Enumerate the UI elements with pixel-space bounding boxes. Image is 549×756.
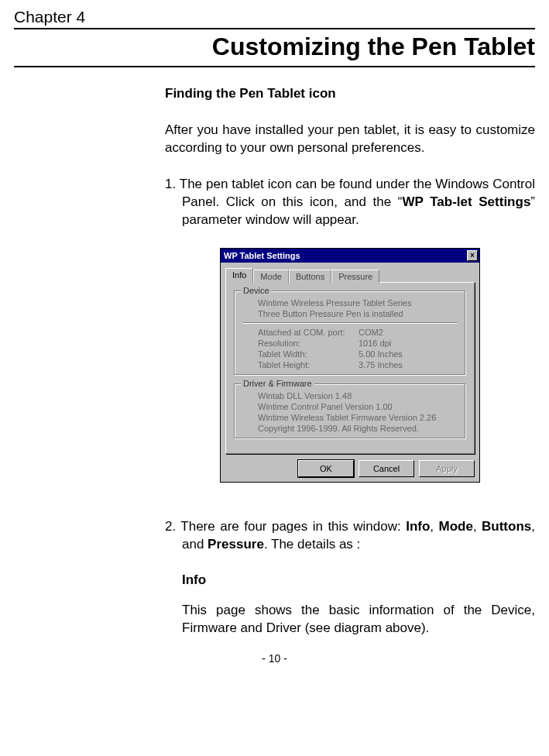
device-width-row: Tablet Width: 5.00 Inches <box>242 349 458 359</box>
item2-pressure: Pressure <box>208 537 264 552</box>
device-legend: Device <box>241 286 272 295</box>
rule-top <box>14 28 535 29</box>
driver-legend: Driver & Firmware <box>241 379 314 388</box>
tabs-row: Info Mode Buttons Pressure <box>225 267 475 282</box>
tab-mode[interactable]: Mode <box>253 270 289 283</box>
device-group: Device Wintime Wireless Pressure Tablet … <box>234 290 466 376</box>
dialog-button-row: OK Cancel Apply <box>225 460 475 477</box>
device-com-row: Attached at COM. port: COM2 <box>242 327 458 338</box>
item1-prefix: 1. <box>165 177 180 191</box>
ok-button[interactable]: OK <box>298 460 354 477</box>
dialog-titlebar[interactable]: WP Tablet Settings × <box>221 249 479 263</box>
page-title: Customizing the Pen Tablet <box>14 33 535 61</box>
item2-text-a: There are four pages in this window: <box>180 519 406 534</box>
item2-buttons: Buttons <box>482 519 531 534</box>
dialog-figure: WP Tablet Settings × Info Mode Buttons P… <box>165 248 535 483</box>
close-icon: × <box>470 251 475 259</box>
item2-prefix: 2. <box>165 519 180 534</box>
tab-buttons[interactable]: Buttons <box>289 270 331 283</box>
device-com-value: COM2 <box>359 328 383 337</box>
device-width-value: 5.00 Inches <box>359 349 403 359</box>
device-res-row: Resolution: 1016 dpi <box>242 338 458 349</box>
device-com-label: Attached at COM. port: <box>258 328 359 337</box>
driver-line-2: Wintime Control Panel Version 1.00 <box>242 401 458 412</box>
info-subheading: Info <box>165 572 535 588</box>
list-item-2: 2. There are four pages in this window: … <box>165 518 535 554</box>
tab-pressure[interactable]: Pressure <box>331 270 379 283</box>
driver-line-1: Wintab DLL Version 1.48 <box>242 390 458 401</box>
tab-panel-info: Device Wintime Wireless Pressure Tablet … <box>225 282 475 454</box>
item2-info: Info <box>406 519 430 534</box>
item1-bold: WP Tab-let Settings <box>402 194 530 209</box>
device-height-value: 3.75 Inches <box>359 360 403 369</box>
driver-group: Driver & Firmware Wintab DLL Version 1.4… <box>234 383 466 439</box>
rule-bottom <box>14 66 535 67</box>
driver-line-4: Copyright 1996-1999. All Rights Reserved… <box>242 423 458 434</box>
driver-l4-text: Copyright 1996-1999. All Rights Reserved… <box>258 424 419 433</box>
device-height-row: Tablet Height: 3.75 Inches <box>242 359 458 370</box>
device-res-value: 1016 dpi <box>359 338 391 348</box>
device-line-2: Three Button Pressure Pen is installed <box>242 308 458 319</box>
wp-tablet-settings-dialog: WP Tablet Settings × Info Mode Buttons P… <box>220 248 480 483</box>
page-number: - 10 - <box>14 652 535 665</box>
item2-comma1: , <box>430 519 438 534</box>
apply-button[interactable]: Apply <box>419 460 475 477</box>
tab-info[interactable]: Info <box>225 268 253 283</box>
cancel-button[interactable]: Cancel <box>359 460 414 477</box>
info-paragraph: This page shows the basic information of… <box>165 602 535 637</box>
driver-l2-text: Wintime Control Panel Version 1.00 <box>258 402 393 411</box>
device-height-label: Tablet Height: <box>258 360 359 369</box>
list-item-1: 1. The pen tablet icon can be found unde… <box>165 176 535 229</box>
device-l1-text: Wintime Wireless Pressure Tablet Series <box>258 298 411 308</box>
device-width-label: Tablet Width: <box>258 349 359 359</box>
content-column: Finding the Pen Tablet icon After you ha… <box>165 86 535 637</box>
item2-mode: Mode <box>438 519 472 534</box>
device-res-label: Resolution: <box>258 338 359 348</box>
item2-tail: . The details as : <box>264 537 360 552</box>
device-l2-text: Three Button Pressure Pen is installed <box>258 309 403 318</box>
driver-l3-text: Wintime Wireless Tablet Firmware Version… <box>258 413 436 422</box>
chapter-label: Chapter 4 <box>14 8 535 26</box>
device-line-1: Wintime Wireless Pressure Tablet Series <box>242 297 458 308</box>
dialog-body: Info Mode Buttons Pressure Device Wintim… <box>221 263 479 482</box>
driver-line-3: Wintime Wireless Tablet Firmware Version… <box>242 412 458 423</box>
dialog-title: WP Tablet Settings <box>224 251 300 260</box>
intro-paragraph: After you have installed your pen tablet… <box>165 122 535 157</box>
device-divider <box>242 322 458 324</box>
item2-comma2: , <box>473 519 482 534</box>
driver-l1-text: Wintab DLL Version 1.48 <box>258 391 352 400</box>
section-heading: Finding the Pen Tablet icon <box>165 86 535 101</box>
close-button[interactable]: × <box>467 250 478 261</box>
